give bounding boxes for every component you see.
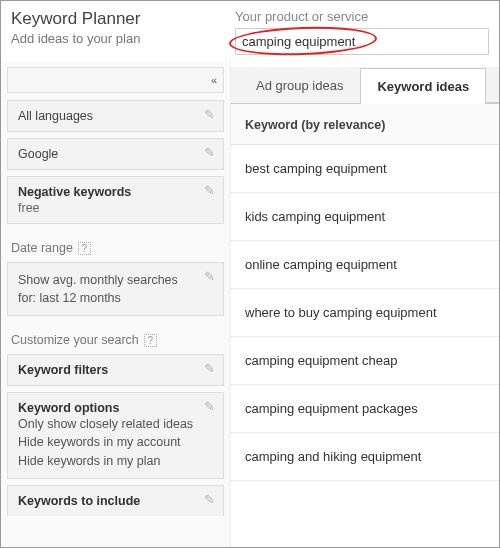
customize-search-section-label: Customize your search bbox=[11, 333, 139, 347]
pencil-icon: ✎ bbox=[204, 492, 215, 507]
keyword-options-title: Keyword options bbox=[18, 401, 213, 415]
page-subtitle: Add ideas to your plan bbox=[11, 31, 231, 46]
keyword-filters-panel[interactable]: Keyword filters ✎ bbox=[7, 354, 224, 386]
collapse-sidebar-button[interactable]: « bbox=[7, 67, 224, 93]
keyword-options-line1: Only show closely related ideas bbox=[18, 415, 213, 433]
keyword-options-line3: Hide keywords in my plan bbox=[18, 452, 213, 470]
table-row[interactable]: where to buy camping equipment bbox=[231, 289, 499, 337]
product-service-input[interactable] bbox=[235, 28, 489, 55]
table-row[interactable]: best camping equipment bbox=[231, 145, 499, 193]
table-row[interactable]: camping and hiking equipment bbox=[231, 433, 499, 481]
date-range-line1: Show avg. monthly searches bbox=[18, 271, 213, 289]
keyword-column-header[interactable]: Keyword (by relevance) bbox=[231, 104, 499, 145]
pencil-icon: ✎ bbox=[204, 145, 215, 160]
keyword-options-line2: Hide keywords in my account bbox=[18, 433, 213, 451]
table-row[interactable]: kids camping equipment bbox=[231, 193, 499, 241]
negative-keywords-value: free bbox=[18, 201, 213, 215]
pencil-icon: ✎ bbox=[204, 269, 215, 284]
negative-keywords-title: Negative keywords bbox=[18, 185, 213, 199]
search-engine-value: Google bbox=[18, 147, 58, 161]
pencil-icon: ✎ bbox=[204, 107, 215, 122]
date-range-section-label: Date range bbox=[11, 241, 73, 255]
table-row[interactable]: camping equipment cheap bbox=[231, 337, 499, 385]
pencil-icon: ✎ bbox=[204, 361, 215, 376]
help-icon[interactable]: ? bbox=[144, 334, 157, 347]
languages-panel[interactable]: All languages ✎ bbox=[7, 100, 224, 132]
tab-spacer bbox=[486, 67, 499, 103]
keywords-include-title: Keywords to include bbox=[18, 494, 213, 508]
date-range-line2: for: last 12 months bbox=[18, 289, 213, 307]
table-row[interactable]: online camping equipment bbox=[231, 241, 499, 289]
tab-keyword-ideas[interactable]: Keyword ideas bbox=[360, 68, 486, 104]
help-icon[interactable]: ? bbox=[78, 242, 91, 255]
languages-value: All languages bbox=[18, 109, 93, 123]
keyword-options-panel[interactable]: Keyword options Only show closely relate… bbox=[7, 392, 224, 478]
keyword-filters-title: Keyword filters bbox=[18, 363, 213, 377]
page-title: Keyword Planner bbox=[11, 9, 231, 29]
tab-ad-group-ideas[interactable]: Ad group ideas bbox=[239, 67, 360, 103]
pencil-icon: ✎ bbox=[204, 399, 215, 414]
date-range-panel[interactable]: Show avg. monthly searches for: last 12 … bbox=[7, 262, 224, 316]
search-engine-panel[interactable]: Google ✎ bbox=[7, 138, 224, 170]
product-service-label: Your product or service bbox=[235, 9, 489, 24]
tabs: Ad group ideas Keyword ideas bbox=[231, 67, 499, 104]
table-row[interactable]: camping equipment packages bbox=[231, 385, 499, 433]
keyword-rows: best camping equipment kids camping equi… bbox=[231, 145, 499, 547]
negative-keywords-panel[interactable]: Negative keywords free ✎ bbox=[7, 176, 224, 224]
pencil-icon: ✎ bbox=[204, 183, 215, 198]
chevron-left-icon: « bbox=[211, 74, 217, 86]
keywords-include-panel[interactable]: Keywords to include ✎ bbox=[7, 485, 224, 516]
